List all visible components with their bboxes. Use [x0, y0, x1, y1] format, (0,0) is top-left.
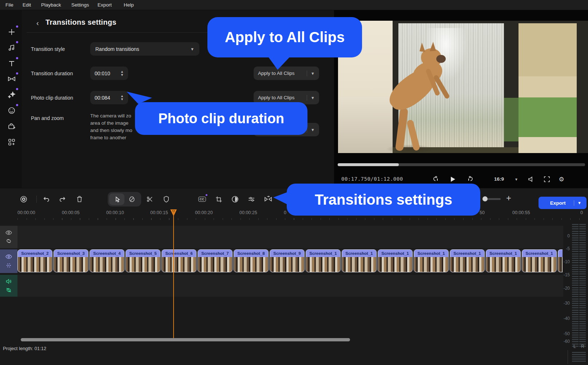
ruler-label: 00:00:20	[195, 210, 213, 215]
menu-help[interactable]: Help	[124, 2, 134, 8]
timeline-clip[interactable]: Screenshot_1	[306, 249, 341, 272]
timeline-clip[interactable]: Screenshot_1	[486, 249, 521, 272]
marker-tool-button[interactable]	[127, 194, 136, 204]
protect-button[interactable]	[162, 194, 171, 204]
captions-button[interactable]: CC	[197, 194, 207, 204]
export-button[interactable]: Export ▼	[539, 197, 587, 209]
photo-clip-duration-input[interactable]: 00:084 ▲▼	[90, 91, 128, 104]
undo-button[interactable]	[41, 194, 51, 204]
seek-bar[interactable]	[338, 163, 585, 166]
scene-glass-right	[519, 21, 577, 153]
sidebar-item-extensions[interactable]	[7, 137, 17, 147]
eye-icon[interactable]	[5, 230, 12, 235]
meter-scale-label: 0	[546, 233, 570, 238]
sidebar-item-filters[interactable]	[7, 89, 17, 100]
playhead-line[interactable]	[173, 209, 174, 338]
link-icon[interactable]	[6, 238, 12, 244]
mute-button[interactable]	[526, 175, 536, 184]
timeline-clip[interactable]: Screenshot_1	[378, 249, 413, 272]
timeline-zoom-knob[interactable]	[482, 196, 488, 201]
sidebar-item-more-tools[interactable]	[7, 121, 17, 132]
sidebar-item-stickers[interactable]	[7, 105, 17, 116]
overlay-track-lane[interactable]	[0, 226, 563, 248]
chevron-down-icon[interactable]: ▼	[512, 175, 521, 184]
video-preview[interactable]	[338, 21, 588, 153]
clip-header: Screenshot_8	[234, 250, 268, 257]
clip-thumbnail-strip	[486, 257, 520, 272]
timeline-clip[interactable]: Screenshot_9	[270, 249, 305, 272]
transition-settings-button[interactable]	[263, 194, 273, 204]
callout-tail-left	[273, 192, 288, 205]
timeline-clip[interactable]: Screenshot_1	[450, 249, 485, 272]
trash-icon	[76, 196, 83, 203]
redo-button[interactable]	[58, 194, 67, 204]
motion-blur-icon[interactable]	[6, 262, 12, 268]
timeline-clip[interactable]: Screenshot_7	[198, 249, 233, 272]
clip-thumbnail-strip	[126, 257, 160, 272]
clip-label: Screenshot_9	[273, 251, 301, 256]
clip-label: Screenshot_8	[237, 251, 265, 256]
clip-thumbnail-strip	[234, 257, 268, 272]
timeline-clip[interactable]: Screenshot_1	[414, 249, 449, 272]
gear-icon: ⚙	[559, 176, 564, 183]
export-button-label: Export	[544, 200, 572, 206]
chevron-down-icon[interactable]: ▼	[577, 201, 581, 205]
clip-label: Screenshot_5	[129, 251, 156, 256]
play-button[interactable]	[448, 175, 457, 184]
zoom-in-button[interactable]: +	[506, 193, 511, 203]
clip-properties-button[interactable]	[247, 194, 256, 204]
split-button[interactable]	[145, 194, 155, 204]
timeline-clip[interactable]: Screenshot_5	[126, 249, 160, 272]
previous-frame-button[interactable]	[432, 175, 441, 184]
chevron-down-icon[interactable]: ▼	[311, 128, 315, 132]
menu-playback[interactable]: Playback	[41, 2, 61, 8]
sidebar-item-transitions[interactable]	[7, 74, 17, 84]
delete-button[interactable]	[75, 194, 84, 204]
pointer-tool-button[interactable]	[113, 194, 122, 204]
sidebar-item-titles[interactable]	[7, 59, 17, 69]
scissors-icon	[146, 196, 154, 203]
stepper-arrows-icon[interactable]: ▲▼	[120, 70, 124, 76]
video-track-header	[0, 249, 17, 273]
menu-settings[interactable]: Settings	[71, 2, 89, 8]
meter-scale-label: -30	[546, 301, 570, 306]
marker-tool-icon	[128, 196, 135, 203]
video-track-clips: Screenshot_2 Screenshot_3 Screenshot_4 S…	[17, 249, 557, 272]
project-length-status: Project length: 01:12	[3, 346, 46, 351]
timeline-scrollbar[interactable]	[21, 338, 350, 341]
transition-style-dropdown[interactable]: Random transitions ▼	[90, 42, 199, 56]
timeline-clip[interactable]: Screenshot_4	[90, 249, 124, 272]
clip-header: Screenshot_9	[270, 250, 304, 257]
sidebar-item-audio[interactable]	[7, 43, 17, 53]
speaker-icon[interactable]	[6, 279, 12, 284]
preview-settings-button[interactable]: ⚙	[557, 175, 566, 184]
play-icon	[449, 176, 456, 182]
color-adjust-button[interactable]	[230, 194, 240, 204]
eye-icon[interactable]	[5, 254, 12, 259]
menu-edit[interactable]: Edit	[23, 2, 31, 8]
timeline-clip[interactable]: Screenshot_1	[342, 249, 377, 272]
record-button[interactable]	[19, 194, 28, 204]
next-frame-button[interactable]	[465, 175, 474, 184]
menu-file[interactable]: File	[5, 2, 13, 8]
badge-dot	[16, 104, 18, 106]
clip-label: Screenshot_7	[201, 251, 229, 256]
audio-track-lane[interactable]	[0, 275, 563, 297]
back-button[interactable]: ‹	[36, 20, 39, 26]
timeline-clip[interactable]: Screenshot_3	[53, 249, 88, 272]
crop-button[interactable]	[214, 194, 223, 204]
menu-export[interactable]: Export	[98, 2, 112, 8]
fullscreen-button[interactable]	[542, 175, 552, 184]
sidebar-item-add-media[interactable]	[7, 27, 17, 37]
crop-icon	[215, 196, 222, 203]
timeline-clip[interactable]: Screenshot_2	[17, 249, 52, 272]
link-off-icon[interactable]	[6, 288, 12, 293]
aspect-ratio-value[interactable]: 16:9	[494, 176, 504, 182]
stepper-arrows-icon[interactable]: ▲▼	[120, 95, 124, 101]
chevron-down-icon[interactable]: ▼	[311, 96, 315, 100]
timeline-clip[interactable]: Screenshot_8	[234, 249, 269, 272]
timeline-clip[interactable]: Screenshot_6	[162, 249, 196, 272]
chevron-down-icon[interactable]: ▼	[311, 71, 315, 76]
transition-duration-input[interactable]: 00:010 ▲▼	[90, 67, 128, 80]
callout-transitions-settings: Transitions settings	[287, 184, 480, 216]
